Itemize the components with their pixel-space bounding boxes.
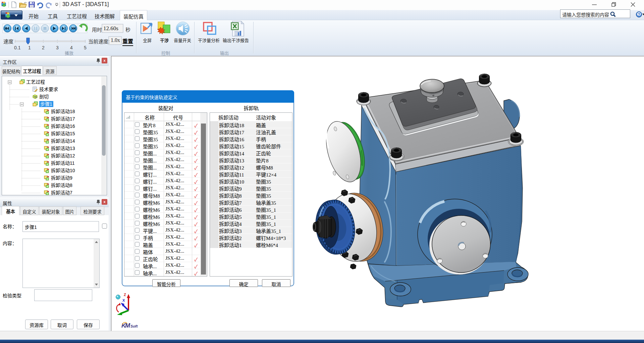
- svg-text:?: ?: [638, 12, 640, 16]
- svg-text:Z: Z: [124, 293, 126, 297]
- svg-text:X: X: [122, 298, 125, 302]
